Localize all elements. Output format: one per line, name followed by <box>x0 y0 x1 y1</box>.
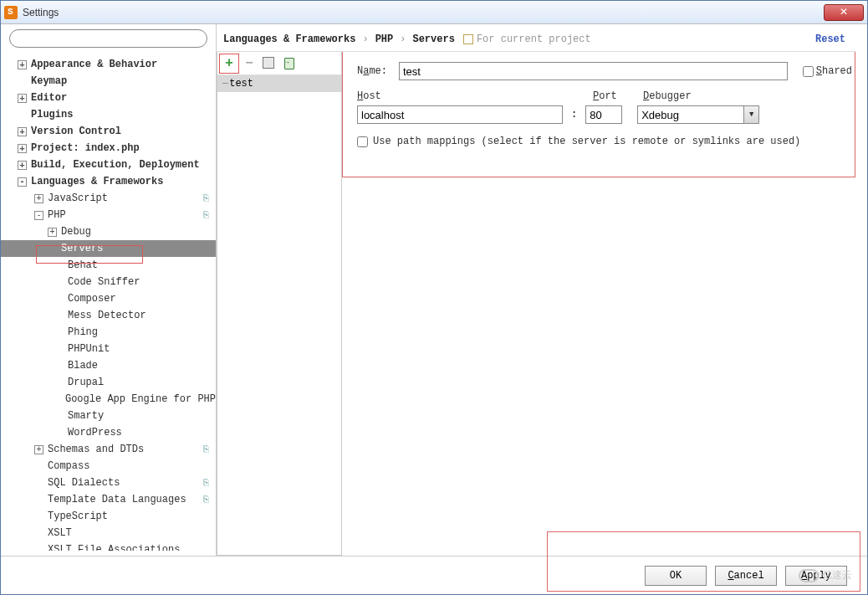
server-name-input[interactable] <box>399 62 788 80</box>
close-button[interactable]: ✕ <box>824 4 864 21</box>
expand-icon <box>54 311 64 321</box>
expand-icon[interactable]: + <box>48 228 57 237</box>
tree-row-xslt[interactable]: XSLT <box>1 525 216 541</box>
tree-row-blade[interactable]: Blade <box>1 357 216 374</box>
window-title: Settings <box>23 7 824 18</box>
tree-row-languages-frameworks[interactable]: -Languages & Frameworks <box>1 173 216 190</box>
expand-icon <box>34 546 43 551</box>
tree-row-editor[interactable]: +Editor <box>1 90 216 106</box>
add-server-button[interactable]: + <box>221 55 237 72</box>
search-input[interactable] <box>9 29 207 48</box>
tree-row-drupal[interactable]: Drupal <box>1 374 216 391</box>
tree-label: Schemas and DTDs <box>48 444 144 455</box>
breadcrumb-sep-icon: › <box>400 33 406 45</box>
expand-icon[interactable]: + <box>34 445 43 454</box>
tree-label: Code Sniffer <box>68 276 140 288</box>
tree-row-code-sniffer[interactable]: Code Sniffer <box>1 274 216 290</box>
host-input[interactable] <box>357 105 563 124</box>
expand-icon[interactable]: + <box>34 194 43 203</box>
port-input[interactable] <box>585 105 622 124</box>
shared-checkbox-wrap[interactable]: Shared <box>803 65 852 77</box>
expand-icon <box>18 77 27 86</box>
apply-button[interactable]: Apply <box>785 566 847 586</box>
tree-row-compass[interactable]: Compass <box>1 458 216 474</box>
project-scope-icon: ⎘ <box>203 478 209 488</box>
tree-row-smarty[interactable]: Smarty <box>1 408 216 424</box>
breadcrumb-1[interactable]: Languages & Frameworks <box>223 33 355 45</box>
tree-label: Mess Detector <box>68 310 146 321</box>
tree-row-keymap[interactable]: Keymap <box>1 73 216 90</box>
expand-icon[interactable]: + <box>18 94 27 103</box>
tree-row-composer[interactable]: Composer <box>1 290 216 307</box>
expand-icon <box>54 328 64 337</box>
tree-label: WordPress <box>68 427 122 439</box>
tree-handle-icon: — <box>222 78 227 90</box>
reset-link[interactable]: Reset <box>815 33 845 45</box>
port-label: Port <box>593 90 643 102</box>
path-mappings-label: Use path mappings (select if the server … <box>373 136 800 147</box>
tree-row-plugins[interactable]: Plugins <box>1 106 216 123</box>
shared-checkbox[interactable] <box>803 66 814 77</box>
tree-label: Editor <box>31 92 67 104</box>
plus-icon: + <box>225 56 233 71</box>
tree-row-project-index-php[interactable]: +Project: index.php <box>1 140 216 156</box>
server-list[interactable]: — test <box>217 75 341 555</box>
expand-icon[interactable]: + <box>18 60 27 69</box>
expand-icon <box>18 110 27 120</box>
ok-button[interactable]: OK <box>645 566 707 586</box>
app-icon <box>4 6 18 19</box>
host-label: Host <box>357 90 574 102</box>
tree-row-build-execution-deployment[interactable]: +Build, Execution, Deployment <box>1 156 216 173</box>
path-mappings-checkbox[interactable] <box>357 136 368 147</box>
tree-row-phpunit[interactable]: PHPUnit <box>1 341 216 357</box>
project-scope-icon: ⎘ <box>203 495 209 505</box>
tree-label: Debug <box>61 226 91 238</box>
settings-tree[interactable]: +Appearance & BehaviorKeymap+EditorPlugi… <box>1 53 216 551</box>
titlebar: Settings ✕ <box>1 1 867 24</box>
debugger-select[interactable]: Xdebug <box>637 105 759 124</box>
tree-row-appearance-behavior[interactable]: +Appearance & Behavior <box>1 56 216 73</box>
dialog-button-bar: OK Cancel Apply 亿速云 <box>1 556 867 594</box>
tree-row-version-control[interactable]: +Version Control <box>1 123 216 140</box>
tree-row-schemas-and-dtds[interactable]: +Schemas and DTDs⎘ <box>1 441 216 458</box>
cancel-button[interactable]: Cancel <box>715 566 777 586</box>
tree-row-servers[interactable]: Servers <box>1 240 216 257</box>
expand-icon[interactable]: + <box>18 161 27 170</box>
server-list-item[interactable]: — test <box>217 75 341 92</box>
breadcrumb-2[interactable]: PHP <box>375 33 394 45</box>
tree-row-typescript[interactable]: TypeScript <box>1 508 216 525</box>
tree-row-wordpress[interactable]: WordPress <box>1 424 216 441</box>
expand-icon[interactable]: + <box>18 127 27 136</box>
editor-area: + − — test Name: <box>217 51 855 556</box>
expand-icon <box>54 395 61 404</box>
server-form: Name: Shared Host Port Debugger <box>342 52 855 556</box>
tree-label: XSLT File Associations <box>48 544 180 551</box>
expand-icon[interactable]: - <box>34 211 43 220</box>
tree-row-mess-detector[interactable]: Mess Detector <box>1 307 216 324</box>
tree-label: TypeScript <box>48 510 108 522</box>
expand-icon <box>54 278 64 287</box>
expand-icon <box>54 362 64 371</box>
tree-label: Composer <box>68 293 116 305</box>
expand-icon <box>34 529 43 538</box>
tree-label: Drupal <box>68 377 104 388</box>
tree-row-template-data-languages[interactable]: Template Data Languages⎘ <box>1 491 216 508</box>
expand-icon[interactable]: - <box>18 177 27 187</box>
tree-row-sql-dialects[interactable]: SQL Dialects⎘ <box>1 474 216 491</box>
main-panel: Languages & Frameworks › PHP › Servers F… <box>217 24 867 556</box>
debugger-label: Debugger <box>643 90 692 102</box>
tree-row-xslt-file-associations[interactable]: XSLT File Associations <box>1 541 216 551</box>
import-server-button[interactable] <box>281 55 298 72</box>
tree-row-phing[interactable]: Phing <box>1 324 216 341</box>
expand-icon[interactable]: + <box>18 144 27 153</box>
copy-server-button[interactable] <box>261 55 278 72</box>
tree-row-debug[interactable]: +Debug <box>1 223 216 240</box>
tree-row-javascript[interactable]: +JavaScript⎘ <box>1 190 216 207</box>
tree-row-google-app-engine-for-php[interactable]: Google App Engine for PHP <box>1 391 216 408</box>
remove-server-button[interactable]: − <box>241 55 258 72</box>
tree-row-behat[interactable]: Behat <box>1 257 216 274</box>
tree-row-php[interactable]: -PHP⎘ <box>1 207 216 223</box>
import-icon <box>284 58 294 69</box>
expand-icon <box>54 378 64 387</box>
search-wrap <box>1 29 216 53</box>
